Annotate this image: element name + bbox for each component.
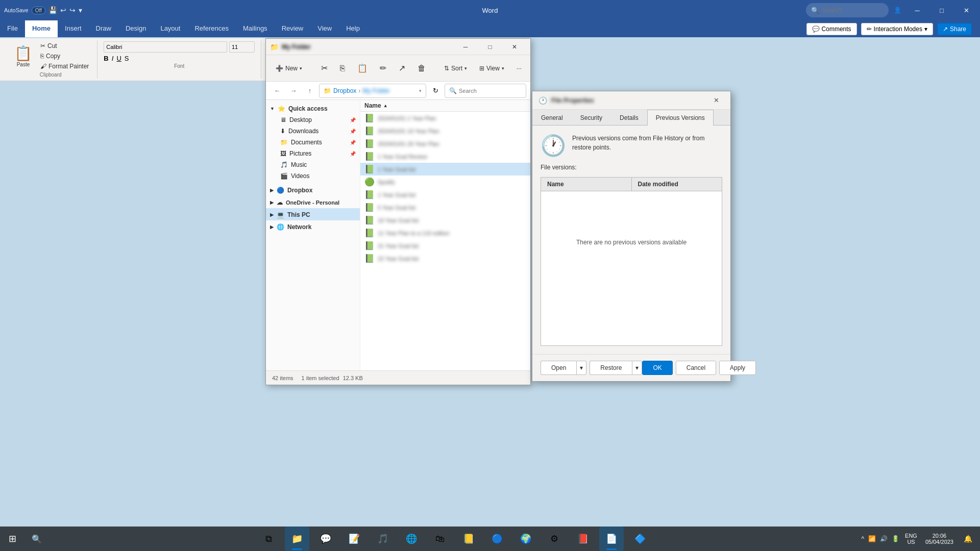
sidebar-item-downloads[interactable]: ⬇ Downloads 📌 bbox=[266, 126, 360, 137]
rename-tool-button[interactable]: ✏ bbox=[375, 60, 391, 76]
file-row-9[interactable]: 📗 11 Year Plan to a 110 edition bbox=[360, 227, 530, 239]
prop-tab-general[interactable]: General bbox=[532, 110, 572, 126]
forward-button[interactable]: → bbox=[286, 84, 301, 98]
cancel-button[interactable]: Cancel bbox=[676, 361, 716, 375]
comments-button[interactable]: 💬 Comments bbox=[806, 23, 857, 35]
file-row-1[interactable]: 📗 2024/01/01 10 Year Plan bbox=[360, 124, 530, 137]
onedrive-section[interactable]: ▶ ☁ OneDrive - Personal bbox=[266, 196, 360, 208]
sort-button[interactable]: ⇅ Sort ▾ bbox=[439, 62, 472, 75]
taskbar-app-acrobat[interactable]: 📕 bbox=[571, 527, 595, 551]
fe-minimize-button[interactable]: ─ bbox=[454, 39, 477, 55]
restore-dropdown-button[interactable]: ▾ bbox=[632, 361, 642, 375]
restore-button[interactable]: Restore bbox=[590, 361, 632, 375]
chevron-up-icon[interactable]: ^ bbox=[860, 533, 866, 544]
tab-insert[interactable]: Insert bbox=[58, 20, 89, 37]
file-row-2[interactable]: 📗 2024/01/01 20 Year Plan bbox=[360, 137, 530, 150]
file-row-8[interactable]: 📗 10 Year Goal list bbox=[360, 214, 530, 227]
fe-close-button[interactable]: ✕ bbox=[503, 39, 526, 55]
file-row-0[interactable]: 📗 2024/01/01 1 Year Plan bbox=[360, 112, 530, 124]
file-row-5[interactable]: 🟢 Spotify bbox=[360, 176, 530, 188]
interaction-modes-button[interactable]: ✏ Interaction Modes ▾ bbox=[861, 23, 933, 35]
file-row-10[interactable]: 📗 21 Year Goal list bbox=[360, 239, 530, 252]
prop-tab-previous-versions[interactable]: Previous Versions bbox=[647, 110, 714, 126]
autosave-toggle[interactable]: Off bbox=[32, 7, 45, 14]
file-row-7[interactable]: 📗 5 Year Goal list bbox=[360, 201, 530, 214]
prop-tab-security[interactable]: Security bbox=[572, 110, 611, 126]
ok-button[interactable]: OK bbox=[642, 361, 672, 375]
dropbox-section[interactable]: ▶ 🔵 Dropbox bbox=[266, 184, 360, 196]
profile-icon[interactable]: 👤 bbox=[894, 7, 901, 14]
tab-file[interactable]: File bbox=[0, 20, 25, 37]
tab-design[interactable]: Design bbox=[118, 20, 153, 37]
redo-icon[interactable]: ↪ bbox=[69, 6, 76, 14]
fe-maximize-button[interactable]: □ bbox=[478, 39, 502, 55]
tab-mailings[interactable]: Mailings bbox=[236, 20, 275, 37]
back-button[interactable]: ← bbox=[270, 84, 284, 98]
titlebar-search[interactable]: 🔍 bbox=[806, 3, 889, 17]
taskbar-search-button[interactable]: 🔍 bbox=[24, 527, 49, 551]
language-button[interactable]: ENG US bbox=[903, 533, 919, 545]
taskbar-app-app1[interactable]: 🎵 bbox=[371, 527, 395, 551]
tab-layout[interactable]: Layout bbox=[153, 20, 187, 37]
sidebar-item-videos[interactable]: 🎬 Videos bbox=[266, 170, 360, 182]
more-options-button[interactable]: ··· bbox=[511, 62, 527, 75]
paste-button[interactable]: 📋 Paste bbox=[10, 43, 36, 69]
titlebar-dropdown-icon[interactable]: ▾ bbox=[79, 6, 82, 14]
addr-chevron[interactable]: ▾ bbox=[419, 88, 422, 93]
tab-help[interactable]: Help bbox=[339, 20, 367, 37]
tab-draw[interactable]: Draw bbox=[89, 20, 118, 37]
file-row-6[interactable]: 📗 1 Year Goal list bbox=[360, 188, 530, 201]
tab-home[interactable]: Home bbox=[25, 20, 58, 37]
copy-tool-button[interactable]: ⎘ bbox=[335, 61, 350, 76]
search-input-fe[interactable] bbox=[459, 88, 529, 94]
paste-tool-button[interactable]: 📋 bbox=[352, 60, 373, 76]
search-box[interactable]: 🔍 bbox=[445, 84, 526, 98]
underline-button[interactable]: U bbox=[116, 55, 121, 62]
sidebar-item-music[interactable]: 🎵 Music bbox=[266, 159, 360, 170]
taskbar-app-app4[interactable]: 🔷 bbox=[628, 527, 652, 551]
close-button[interactable]: ✕ bbox=[954, 0, 978, 20]
taskbar-app-taskview[interactable]: ⧉ bbox=[256, 527, 281, 551]
bold-button[interactable]: B bbox=[104, 55, 108, 62]
undo-icon[interactable]: ↩ bbox=[60, 6, 66, 14]
start-button[interactable]: ⊞ bbox=[0, 527, 24, 551]
copy-button[interactable]: ⎘ Copy bbox=[38, 52, 91, 61]
prop-tab-details[interactable]: Details bbox=[611, 110, 647, 126]
breadcrumb-part-dropbox[interactable]: Dropbox bbox=[333, 87, 356, 94]
taskbar-app-teams[interactable]: 💬 bbox=[313, 527, 338, 551]
tab-review[interactable]: Review bbox=[275, 20, 311, 37]
taskbar-app-chrome[interactable]: 🌍 bbox=[513, 527, 538, 551]
share-tool-button[interactable]: ↗ bbox=[394, 60, 410, 76]
sidebar-item-documents[interactable]: 📁 Documents 📌 bbox=[266, 137, 360, 148]
notification-button[interactable]: 🔔 bbox=[960, 527, 976, 551]
breadcrumb-part-folder[interactable]: My Folder bbox=[362, 87, 389, 94]
new-button[interactable]: ➕ New ▾ bbox=[270, 61, 308, 76]
view-button[interactable]: ⊞ View ▾ bbox=[474, 62, 509, 75]
sidebar-item-desktop[interactable]: 🖥 Desktop 📌 bbox=[266, 114, 360, 126]
cut-button[interactable]: ✂ Cut bbox=[38, 41, 91, 51]
battery-icon[interactable]: 🔋 bbox=[890, 533, 901, 544]
this-pc-section[interactable]: ▶ 💻 This PC bbox=[266, 208, 360, 220]
search-input[interactable] bbox=[822, 7, 884, 14]
open-button[interactable]: Open bbox=[541, 361, 576, 375]
taskbar-app-app2[interactable]: 📒 bbox=[456, 527, 481, 551]
apply-button[interactable]: Apply bbox=[719, 361, 756, 375]
save-icon[interactable]: 💾 bbox=[48, 6, 57, 14]
open-dropdown-button[interactable]: ▾ bbox=[576, 361, 586, 375]
taskbar-app-word[interactable]: 📄 bbox=[599, 527, 624, 551]
col-header[interactable]: Name ▲ bbox=[360, 100, 530, 112]
taskbar-app-edge[interactable]: 🌐 bbox=[399, 527, 424, 551]
file-row-11[interactable]: 📗 22 Year Goal list bbox=[360, 252, 530, 265]
cut-tool-button[interactable]: ✂ bbox=[316, 60, 333, 76]
taskbar-app-msstore[interactable]: 🛍 bbox=[428, 527, 452, 551]
tab-view[interactable]: View bbox=[310, 20, 339, 37]
taskbar-app-settings[interactable]: ⚙ bbox=[542, 527, 567, 551]
file-row-3[interactable]: 📗 1 Year Goal Review bbox=[360, 150, 530, 163]
maximize-button[interactable]: □ bbox=[930, 0, 953, 20]
prop-close-button[interactable]: ✕ bbox=[708, 92, 724, 109]
minimize-button[interactable]: ─ bbox=[905, 0, 929, 20]
format-painter-button[interactable]: 🖌 Format Painter bbox=[38, 62, 91, 71]
file-row-4[interactable]: 📗 1 Year Goal list bbox=[360, 163, 530, 176]
delete-tool-button[interactable]: 🗑 bbox=[412, 61, 431, 76]
strikethrough-button[interactable]: S bbox=[125, 55, 129, 62]
